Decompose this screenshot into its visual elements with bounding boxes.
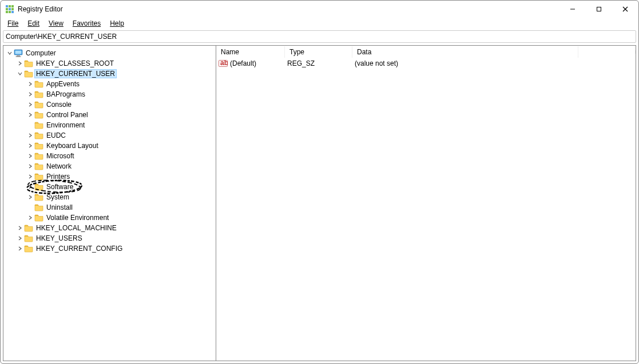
chevron-right-icon bbox=[18, 236, 22, 241]
chevron-right-icon[interactable] bbox=[26, 173, 34, 181]
app-icon bbox=[5, 5, 14, 14]
folder-icon bbox=[34, 193, 43, 201]
chevron-right-icon[interactable] bbox=[26, 90, 34, 98]
chevron-right-icon[interactable] bbox=[26, 111, 34, 119]
folder-icon bbox=[24, 245, 33, 253]
chevron-right-icon[interactable] bbox=[26, 193, 34, 201]
window-controls bbox=[559, 1, 638, 18]
folder-icon bbox=[34, 101, 43, 109]
chevron-right-icon[interactable] bbox=[26, 101, 34, 109]
menu-edit[interactable]: Edit bbox=[24, 18, 43, 29]
folder-icon bbox=[34, 183, 43, 191]
chevron-right-icon bbox=[18, 61, 22, 66]
chevron-right-icon[interactable] bbox=[26, 142, 34, 150]
column-name[interactable]: Name bbox=[216, 46, 285, 58]
menu-favorites[interactable]: Favorites bbox=[69, 18, 104, 29]
tree-pane[interactable]: ComputerHKEY_CLASSES_ROOTHKEY_CURRENT_US… bbox=[3, 46, 216, 361]
tree-node-volatile-environment[interactable]: Volatile Environment bbox=[3, 213, 216, 223]
tree-node-microsoft[interactable]: Microsoft bbox=[3, 151, 216, 161]
tree-node-network[interactable]: Network bbox=[3, 161, 216, 171]
minimize-button[interactable] bbox=[559, 1, 586, 18]
tree-node-eudc[interactable]: EUDC bbox=[3, 130, 216, 141]
folder-icon bbox=[24, 70, 33, 78]
chevron-right-icon bbox=[28, 102, 33, 107]
tree-label: Uninstall bbox=[45, 203, 74, 211]
tree-node-environment[interactable]: Environment bbox=[3, 120, 216, 130]
values-pane: Name Type Data (Default)REG_SZ(value not… bbox=[216, 46, 636, 361]
tree-label: BAPrograms bbox=[45, 90, 86, 98]
menu-help[interactable]: Help bbox=[106, 18, 128, 29]
tree-node-hkey-classes-root[interactable]: HKEY_CLASSES_ROOT bbox=[3, 58, 216, 69]
chevron-right-icon[interactable] bbox=[26, 162, 34, 170]
folder-icon bbox=[34, 111, 43, 119]
tree-label: HKEY_CURRENT_CONFIG bbox=[35, 245, 124, 253]
address-bar[interactable]: Computer\HKEY_CURRENT_USER bbox=[3, 30, 636, 43]
folder-icon bbox=[34, 131, 43, 139]
tree-label: EUDC bbox=[45, 131, 67, 139]
tree-node-keyboard-layout[interactable]: Keyboard Layout bbox=[3, 141, 216, 151]
chevron-right-icon[interactable] bbox=[16, 224, 24, 232]
tree-node-console[interactable]: Console bbox=[3, 99, 216, 110]
tree-node-hkey-local-machine[interactable]: HKEY_LOCAL_MACHINE bbox=[3, 223, 216, 233]
chevron-right-icon[interactable] bbox=[26, 214, 34, 222]
chevron-right-icon bbox=[28, 143, 33, 148]
chevron-right-icon bbox=[28, 195, 33, 199]
chevron-right-icon[interactable] bbox=[16, 59, 24, 67]
tree-label: Microsoft bbox=[45, 152, 76, 160]
tree-label: System bbox=[45, 193, 70, 201]
tree-label: HKEY_CLASSES_ROOT bbox=[35, 59, 115, 67]
chevron-right-icon[interactable] bbox=[16, 245, 24, 253]
menu-file[interactable]: File bbox=[4, 18, 22, 29]
folder-icon bbox=[34, 121, 43, 129]
chevron-right-icon bbox=[28, 164, 33, 169]
folder-icon bbox=[24, 234, 33, 242]
tree-node-software[interactable]: Software bbox=[3, 182, 216, 192]
tree-node-hkey-current-config[interactable]: HKEY_CURRENT_CONFIG bbox=[3, 243, 216, 254]
tree-node-uninstall[interactable]: Uninstall bbox=[3, 202, 216, 213]
chevron-right-icon bbox=[28, 113, 33, 117]
tree-node-hkey-users[interactable]: HKEY_USERS bbox=[3, 233, 216, 243]
tree-label: Software bbox=[45, 183, 74, 191]
chevron-right-icon bbox=[18, 246, 22, 251]
tree-node-printers[interactable]: Printers bbox=[3, 171, 216, 182]
chevron-right-icon[interactable] bbox=[16, 234, 24, 242]
minimize-icon bbox=[570, 6, 576, 12]
value-list[interactable]: (Default)REG_SZ(value not set) bbox=[216, 58, 636, 361]
maximize-button[interactable] bbox=[586, 1, 612, 18]
column-data[interactable]: Data bbox=[352, 46, 578, 58]
chevron-right-icon bbox=[28, 215, 33, 220]
chevron-right-icon[interactable] bbox=[26, 152, 34, 160]
chevron-down-icon[interactable] bbox=[6, 49, 14, 57]
menu-view[interactable]: View bbox=[45, 18, 67, 29]
chevron-right-icon[interactable] bbox=[26, 183, 34, 191]
column-type[interactable]: Type bbox=[285, 46, 352, 58]
tree-label: Printers bbox=[45, 173, 71, 181]
chevron-right-icon bbox=[28, 185, 33, 189]
tree-node-system[interactable]: System bbox=[3, 192, 216, 202]
folder-icon bbox=[34, 214, 43, 222]
folder-icon bbox=[24, 224, 33, 232]
tree-label: Network bbox=[45, 162, 73, 170]
column-headers: Name Type Data bbox=[216, 46, 636, 58]
value-data: (value not set) bbox=[355, 59, 636, 67]
column-spacer bbox=[578, 50, 636, 54]
tree-label: HKEY_USERS bbox=[35, 234, 84, 242]
close-icon bbox=[622, 6, 628, 12]
tree-connector bbox=[26, 203, 34, 211]
tree-label: Console bbox=[45, 101, 73, 109]
chevron-right-icon[interactable] bbox=[26, 80, 34, 88]
folder-icon bbox=[24, 59, 33, 67]
tree-node-control-panel[interactable]: Control Panel bbox=[3, 110, 216, 120]
chevron-down-icon[interactable] bbox=[16, 70, 24, 78]
chevron-right-icon[interactable] bbox=[26, 131, 34, 139]
tree-node-hkey-current-user[interactable]: HKEY_CURRENT_USER bbox=[3, 69, 216, 79]
folder-icon bbox=[34, 90, 43, 98]
tree-node-appevents[interactable]: AppEvents bbox=[3, 79, 216, 89]
folder-icon bbox=[34, 80, 43, 88]
tree-node-computer[interactable]: Computer bbox=[3, 48, 216, 58]
value-name: (Default) bbox=[229, 59, 287, 67]
close-button[interactable] bbox=[612, 1, 638, 18]
value-type: REG_SZ bbox=[287, 59, 355, 67]
value-row[interactable]: (Default)REG_SZ(value not set) bbox=[216, 58, 636, 69]
tree-node-baprograms[interactable]: BAPrograms bbox=[3, 89, 216, 99]
